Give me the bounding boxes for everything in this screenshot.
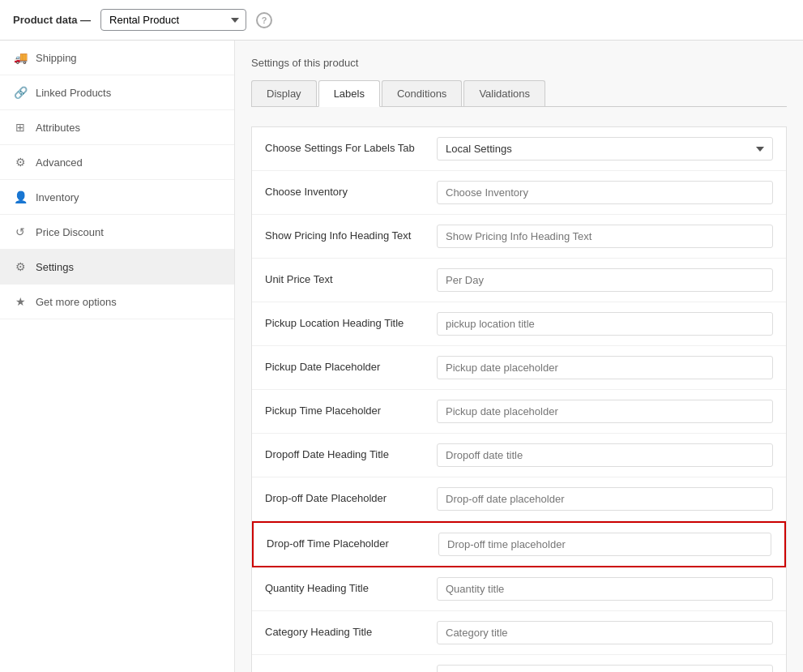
form-input-unit-price-text[interactable]	[437, 268, 773, 292]
form-input-show-pricing-info[interactable]	[437, 225, 773, 248]
form-label-dropoff-time-placeholder: Drop-off Time Placeholder	[267, 537, 429, 551]
inventory-icon: 👤	[13, 190, 28, 204]
sidebar-item-label-inventory: Inventory	[36, 191, 79, 203]
sidebar-item-label-shipping: Shipping	[36, 52, 77, 64]
settings-for-labels-select-wrapper: Local SettingsGlobal Settings	[437, 137, 773, 161]
sidebar-item-label-get-more-options: Get more options	[36, 296, 117, 308]
sidebar-item-attributes[interactable]: ⊞Attributes	[0, 110, 234, 145]
form-label-quantity-heading-title: Quantity Heading Title	[265, 581, 427, 596]
form-label-dropoff-date-heading: Dropoff Date Heading Title	[265, 447, 427, 462]
get-more-options-icon: ★	[13, 294, 28, 309]
form-label-dropoff-date-placeholder: Drop-off Date Placeholder	[265, 491, 427, 506]
tab-display[interactable]: Display	[251, 80, 317, 106]
sidebar-item-label-attributes: Attributes	[36, 122, 80, 134]
form-row-unit-price-text: Unit Price Text	[252, 259, 786, 302]
sidebar-item-linked-products[interactable]: 🔗Linked Products	[0, 75, 234, 110]
tab-labels[interactable]: Labels	[318, 80, 380, 107]
settings-for-labels-label: Choose Settings For Labels Tab	[265, 141, 427, 156]
form-input-dropoff-date-placeholder[interactable]	[437, 487, 773, 511]
settings-for-labels-select[interactable]: Local SettingsGlobal Settings	[437, 137, 773, 161]
settings-title: Settings of this product	[251, 57, 787, 69]
form-input-pickup-time-placeholder[interactable]	[437, 400, 773, 423]
form-row-dropoff-date-heading: Dropoff Date Heading Title	[252, 434, 786, 477]
tab-conditions[interactable]: Conditions	[382, 80, 462, 106]
form-row-pickup-date-placeholder: Pickup Date Placeholder	[252, 346, 786, 390]
sidebar-item-label-settings: Settings	[36, 261, 74, 273]
form-label-resource-heading-title: Resource Heading Title	[265, 669, 427, 672]
settings-icon: ⚙	[13, 259, 28, 274]
form-label-choose-inventory: Choose Inventory	[265, 185, 427, 199]
sidebar-item-price-discount[interactable]: ↺Price Discount	[0, 215, 234, 250]
form-row-quantity-heading-title: Quantity Heading Title	[252, 567, 786, 611]
form-input-resource-heading-title[interactable]	[437, 665, 773, 672]
sidebar-item-label-linked-products: Linked Products	[36, 87, 111, 99]
form-row-category-heading-title: Category Heading Title	[252, 611, 786, 655]
form-label-category-heading-title: Category Heading Title	[265, 625, 427, 640]
tabs: DisplayLabelsConditionsValidations	[251, 80, 787, 107]
price-discount-icon: ↺	[13, 225, 28, 239]
settings-for-labels-row: Choose Settings For Labels Tab Local Set…	[252, 127, 786, 171]
form-row-dropoff-time-placeholder: Drop-off Time Placeholder	[252, 521, 786, 567]
tab-validations[interactable]: Validations	[463, 80, 545, 106]
main-layout: 🚚Shipping🔗Linked Products⊞Attributes⚙Adv…	[0, 41, 803, 672]
form-label-pickup-time-placeholder: Pickup Time Placeholder	[265, 404, 427, 418]
sidebar-item-label-advanced: Advanced	[36, 156, 83, 169]
top-bar: Product data — Rental ProductSimple Prod…	[0, 0, 803, 41]
form-label-pickup-date-placeholder: Pickup Date Placeholder	[265, 360, 427, 375]
help-icon[interactable]: ?	[256, 12, 272, 28]
sidebar-item-settings[interactable]: ⚙Settings	[0, 250, 234, 285]
form-input-category-heading-title[interactable]	[437, 621, 773, 644]
form-row-pickup-location-heading: Pickup Location Heading Title	[252, 302, 786, 346]
form-input-quantity-heading-title[interactable]	[437, 577, 773, 601]
form-grid: Choose Settings For Labels Tab Local Set…	[251, 126, 787, 672]
form-input-dropoff-time-placeholder[interactable]	[438, 533, 771, 556]
form-input-pickup-date-placeholder[interactable]	[437, 356, 773, 379]
product-type-select[interactable]: Rental ProductSimple ProductVariable Pro…	[100, 9, 246, 31]
sidebar-item-get-more-options[interactable]: ★Get more options	[0, 285, 234, 319]
form-label-unit-price-text: Unit Price Text	[265, 272, 427, 287]
form-row-dropoff-date-placeholder: Drop-off Date Placeholder	[252, 477, 786, 521]
attributes-icon: ⊞	[13, 120, 28, 135]
form-row-pickup-time-placeholder: Pickup Time Placeholder	[252, 390, 786, 434]
product-data-label: Product data —	[13, 14, 91, 26]
shipping-icon: 🚚	[13, 50, 28, 65]
form-label-show-pricing-info: Show Pricing Info Heading Text	[265, 229, 427, 243]
advanced-icon: ⚙	[13, 155, 28, 169]
form-row-choose-inventory: Choose Inventory	[252, 171, 786, 215]
sidebar-item-shipping[interactable]: 🚚Shipping	[0, 41, 234, 75]
sidebar: 🚚Shipping🔗Linked Products⊞Attributes⚙Adv…	[0, 41, 235, 672]
sidebar-item-label-price-discount: Price Discount	[36, 226, 104, 238]
form-row-show-pricing-info: Show Pricing Info Heading Text	[252, 215, 786, 259]
form-input-dropoff-date-heading[interactable]	[437, 443, 773, 467]
sidebar-item-inventory[interactable]: 👤Inventory	[0, 180, 234, 215]
form-row-resource-heading-title: Resource Heading Title	[252, 655, 786, 672]
content-area: Settings of this product DisplayLabelsCo…	[235, 41, 803, 672]
form-label-pickup-location-heading: Pickup Location Heading Title	[265, 316, 427, 331]
form-input-pickup-location-heading[interactable]	[437, 312, 773, 336]
form-input-choose-inventory[interactable]	[437, 181, 773, 204]
linked-products-icon: 🔗	[13, 85, 28, 100]
sidebar-item-advanced[interactable]: ⚙Advanced	[0, 145, 234, 180]
